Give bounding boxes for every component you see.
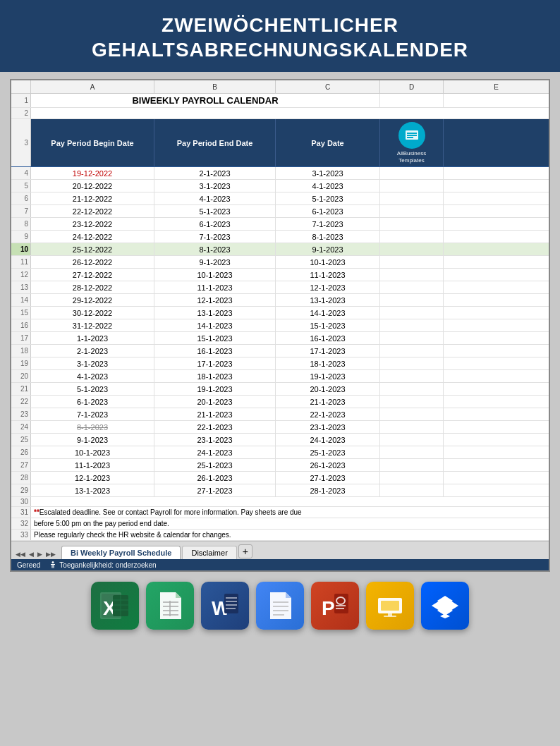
row-31-text: ** Escalated deadline. See or contact Pa… [31, 507, 549, 518]
tab-arrow-left[interactable]: ◀ [28, 550, 35, 558]
row-num: 27 [11, 459, 31, 471]
row-num-spacer [11, 80, 31, 93]
cell-begin-date: 10-1-2023 [31, 446, 154, 458]
col-e-header: E [444, 80, 549, 93]
row-32: 32 before 5:00 pm on the pay period end … [11, 518, 549, 530]
cell-e [444, 459, 549, 471]
cell-end-date: 19-1-2023 [154, 383, 276, 395]
row-num: 11 [11, 256, 31, 268]
col-a-header: A [31, 80, 154, 93]
tab-disclaimer[interactable]: Disclaimer [182, 546, 236, 559]
cell-pay-date: 24-1-2023 [276, 434, 380, 446]
table-row: 29 13-1-2023 27-1-2023 28-1-2023 [11, 484, 549, 497]
svg-rect-31 [336, 605, 346, 606]
cell-end-date: 26-1-2023 [154, 472, 276, 484]
row-num: 18 [11, 345, 31, 357]
cell-end-date: 6-1-2023 [154, 218, 276, 230]
svg-rect-1 [407, 133, 417, 134]
cell-begin-date: 26-12-2022 [31, 256, 154, 268]
tab-payroll[interactable]: Bi Weekly Payroll Schedule [61, 546, 181, 559]
cell-begin-date: 23-12-2022 [31, 218, 154, 230]
row-num: 21 [11, 383, 31, 395]
row-num: 17 [11, 332, 31, 344]
row-num: 20 [11, 370, 31, 382]
cell-d [380, 408, 444, 420]
status-text: Gereed [17, 561, 40, 569]
google-slides-icon[interactable] [366, 582, 414, 630]
tab-arrow-left-left[interactable]: ◀◀ [14, 550, 27, 558]
cell-d [380, 434, 444, 446]
cell-e [444, 345, 549, 357]
cell-e [444, 256, 549, 268]
row-num: 8 [11, 218, 31, 230]
word-icon[interactable]: W [201, 582, 249, 630]
tab-arrow-right-right[interactable]: ▶▶ [44, 550, 57, 558]
cell-end-date: 17-1-2023 [154, 357, 276, 369]
row-2: 2 [11, 108, 549, 119]
cell-end-date: 14-1-2023 [154, 319, 276, 331]
cell-end-date: 10-1-2023 [154, 269, 276, 281]
cell-pay-date: 9-1-2023 [276, 243, 380, 255]
cell-begin-date: 2-1-2023 [31, 345, 154, 357]
row-num: 6 [11, 192, 31, 204]
cell-begin-date: 13-1-2023 [31, 484, 154, 496]
powerpoint-icon[interactable]: P [311, 582, 359, 630]
cell-begin-date: 31-12-2022 [31, 319, 154, 331]
cell-end-date: 15-1-2023 [154, 332, 276, 344]
row-1-e [444, 94, 549, 107]
google-docs-icon[interactable] [256, 582, 304, 630]
accessibility-indicator: Toegankelijkheid: onderzoeken [49, 561, 156, 569]
table-row: 10 25-12-2022 8-1-2023 9-1-2023 [11, 243, 549, 256]
cell-begin-date: 21-12-2022 [31, 192, 154, 204]
row-32-text: before 5:00 pm on the pay period end dat… [31, 518, 549, 529]
row-num: 10 [11, 243, 31, 255]
table-row: 13 28-12-2022 11-1-2023 12-1-2023 [11, 281, 549, 294]
row-num: 29 [11, 484, 31, 496]
table-row: 16 31-12-2022 14-1-2023 15-1-2023 [11, 319, 549, 332]
cell-begin-date: 3-1-2023 [31, 357, 154, 369]
cell-begin-date: 30-12-2022 [31, 307, 154, 319]
tab-add-button[interactable]: + [238, 544, 252, 558]
tab-arrow-right[interactable]: ▶ [36, 550, 44, 558]
cell-begin-date: 1-1-2023 [31, 332, 154, 344]
cell-end-date: 3-1-2023 [154, 180, 276, 192]
excel-icon[interactable]: X [91, 582, 139, 630]
table-row: 15 30-12-2022 13-1-2023 14-1-2023 [11, 307, 549, 319]
table-row: 19 3-1-2023 17-1-2023 18-1-2023 [11, 357, 549, 370]
row-num: 28 [11, 472, 31, 484]
cell-d [380, 319, 444, 331]
cell-e [444, 408, 549, 420]
table-row: 18 2-1-2023 16-1-2023 17-1-2023 [11, 345, 549, 357]
table-row: 23 7-1-2023 21-1-2023 22-1-2023 [11, 408, 549, 421]
row-31-num: 31 [11, 507, 31, 518]
cell-pay-date: 21-1-2023 [276, 396, 380, 408]
row-1-title: BIWEEKLY PAYROLL CALENDAR [31, 94, 380, 107]
row-30: 30 [11, 497, 549, 507]
cell-pay-date: 10-1-2023 [276, 256, 380, 268]
table-row: 28 12-1-2023 26-1-2023 27-1-2023 [11, 472, 549, 484]
table-row: 27 11-1-2023 25-1-2023 26-1-2023 [11, 459, 549, 472]
cell-pay-date: 23-1-2023 [276, 421, 380, 433]
table-row: 7 22-12-2022 5-1-2023 6-1-2023 [11, 205, 549, 218]
cell-e [444, 294, 549, 306]
row-33-text: Please regularly check the HR website & … [31, 530, 549, 540]
row-num: 14 [11, 294, 31, 306]
cell-d [380, 345, 444, 357]
tab-nav-arrows[interactable]: ◀◀ ◀ ▶ ▶▶ [14, 550, 57, 558]
row-1-d [380, 94, 444, 107]
cell-e [444, 205, 549, 217]
cell-begin-date: 6-1-2023 [31, 396, 154, 408]
cell-d [380, 421, 444, 433]
table-row: 8 23-12-2022 6-1-2023 7-1-2023 [11, 218, 549, 231]
row-3-header: 3 Pay Period Begin Date Pay Period End D… [11, 119, 549, 167]
svg-marker-41 [440, 613, 450, 618]
row-num: 15 [11, 307, 31, 319]
cell-d [380, 357, 444, 369]
cell-pay-date: 16-1-2023 [276, 332, 380, 344]
google-sheets-icon[interactable] [146, 582, 194, 630]
dropbox-icon[interactable] [421, 582, 469, 630]
cell-pay-date: 17-1-2023 [276, 345, 380, 357]
cell-begin-date: 4-1-2023 [31, 370, 154, 382]
table-row: 6 21-12-2022 4-1-2023 5-1-2023 [11, 192, 549, 205]
header-line2: GEHALTSABRECHNUNGSKALENDER [14, 37, 546, 62]
